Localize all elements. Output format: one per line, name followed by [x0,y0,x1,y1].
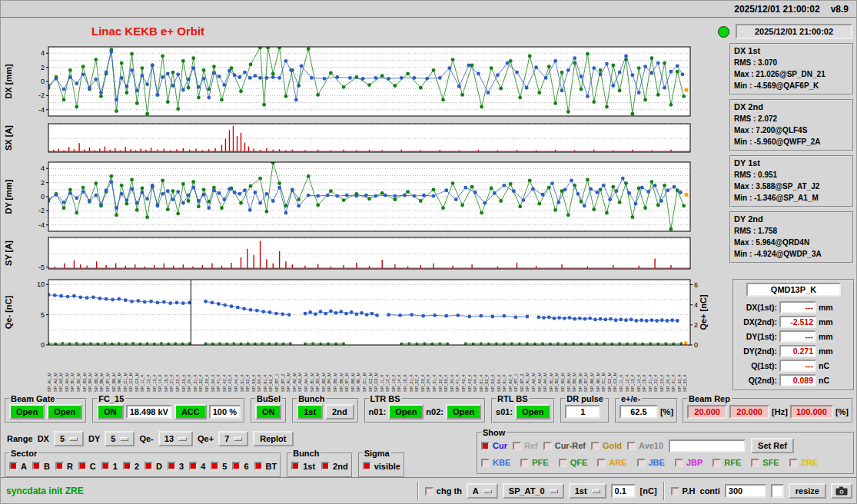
range-qep-menu[interactable]: 7 [218,431,248,446]
count-input[interactable] [725,484,766,498]
fc15-on-button[interactable]: ON [97,404,124,419]
checkbox-indicator [123,462,131,470]
rms-panel-title: DY 1st [734,158,849,167]
ltr-bs-legend: LTR BS [369,394,402,403]
ltr-n01-open-button[interactable]: Open [388,404,424,419]
svg-text:SP_C2_M: SP_C2_M [607,373,612,392]
bpm-select-menu[interactable]: SP_AT_0 [503,483,564,499]
sector-checkbox-d[interactable]: D [144,462,162,471]
show-checkbox-jbe[interactable]: JBE [637,458,665,467]
checkbox-label: D [156,462,162,471]
svg-text:SP_C1_M: SP_C1_M [123,373,128,392]
show-checkbox-gold[interactable]: Gold [591,441,622,450]
show-checkbox-pfe[interactable]: PFE [520,458,548,467]
svg-text:SP_B7_M: SP_B7_M [583,373,588,392]
svg-text:SP_C3_M: SP_C3_M [135,373,139,392]
checkbox-indicator [291,462,300,470]
qmd-row: DX(1st):---mm [737,300,850,314]
show-checkbox-rfe[interactable]: RFE [713,458,741,467]
show-checkbox-ref[interactable]: Ref [513,441,538,450]
svg-text:SP_B1_M: SP_B1_M [310,373,314,392]
show-checkbox-ave10[interactable]: Ave10 [627,441,663,450]
sector-checkbox-5[interactable]: 5 [211,462,227,471]
beam-gate-open-button-1[interactable]: Open [9,404,45,419]
fc15-acc-button[interactable]: ACC [174,404,207,419]
svg-text:SP_B3_M: SP_B3_M [321,373,326,392]
svg-text:SP_A4_M: SP_A4_M [543,373,547,392]
range-dx-menu[interactable]: 5 [54,431,84,446]
ref-name-input[interactable] [669,439,746,453]
show-checkbox-qfe[interactable]: QFE [559,458,588,467]
show-checkbox-are[interactable]: ARE [597,458,626,467]
checkbox-label: B [44,462,50,471]
sigma-checkbox-visible[interactable]: visible [363,462,400,471]
sector-checkbox-c[interactable]: C [78,462,96,471]
qmd-row: DX(2nd):-2.512mm [737,314,850,329]
rms-line: Min : -4.569@QAF6P_K [734,80,849,91]
sector-checkbox-a[interactable]: A [9,462,27,471]
rtl-s01-open-button[interactable]: Open [515,404,550,419]
show-checkbox-kbe[interactable]: KBE [481,458,510,467]
svg-text:SP_11_4: SP_11_4 [619,375,623,392]
set-ref-button[interactable]: Set Ref [751,438,794,453]
sector-select-menu[interactable]: A [467,483,498,499]
beam-gate-open-button-2[interactable]: Open [47,404,82,419]
sector-checkbox-1[interactable]: 1 [101,462,118,471]
svg-text:SP_B4_M: SP_B4_M [327,373,331,392]
sector-checkbox-6[interactable]: 6 [232,462,248,471]
optionmenu-indicator-icon [234,437,242,441]
sector-checkbox-2[interactable]: 2 [123,462,139,471]
positron-ratio-value: 62.5 [619,405,658,419]
svg-text:SP_21_4: SP_21_4 [169,374,174,392]
bunch-select-menu[interactable]: 1st [569,483,606,499]
beam-rep-hz-unit: [Hz] [772,407,788,416]
sector-checkbox-bt[interactable]: BT [254,462,277,471]
ltr-n02-label: n02: [426,407,443,416]
busel-on-button[interactable]: ON [255,404,282,419]
svg-text:SP_14_4: SP_14_4 [397,374,401,392]
qmd-value: --- [779,330,816,343]
bunch-checkbox-2nd[interactable]: 2nd [321,462,348,471]
checkbox-label: 3 [179,462,184,471]
resize-button[interactable]: resize [789,483,826,499]
qmd-label: DX(2nd): [737,317,777,327]
rms-panel-dy-1st: DY 1stRMS : 0.951Max : 3.588@SP_AT_J2Min… [729,155,854,207]
rms-line: RMS : 1.758 [734,225,849,237]
ph-checkbox[interactable]: P.H [671,486,696,496]
threshold-input[interactable] [611,484,636,498]
sector-checkbox-3[interactable]: 3 [168,462,184,471]
bunch-1st-button[interactable]: 1st [297,404,323,419]
ltr-n02-open-button[interactable]: Open [446,404,481,419]
sector-checkbox-4[interactable]: 4 [189,462,205,471]
bunch-2nd-button[interactable]: 2nd [325,404,354,419]
range-dy-menu[interactable]: 5 [105,431,135,446]
rms-line: Max : 21.026@SP_DN_21 [734,68,849,80]
svg-text:SP_24_4: SP_24_4 [187,374,191,392]
checkbox-label: visible [374,462,400,471]
sector-checkbox-r[interactable]: R [55,462,73,471]
show-checkbox-cur[interactable]: Cur [481,441,507,450]
show-checkbox-zre[interactable]: ZRE [789,458,818,467]
range-qem-menu[interactable]: 13 [158,431,193,446]
bunch-checkbox-1st[interactable]: 1st [291,462,315,471]
svg-text:SP_R0_M: SP_R0_M [117,373,121,392]
svg-text:SP_32_4: SP_32_4 [198,374,203,392]
checkbox-label: PFE [532,458,548,467]
show-checkbox-cur-ref[interactable]: Cur-Ref [543,441,586,450]
checkbox-indicator [559,459,567,467]
replot-button[interactable]: Replot [253,431,293,446]
svg-text:SP_C3_M: SP_C3_M [613,373,617,392]
svg-text:SP_A4_M: SP_A4_M [65,373,69,392]
svg-text:SP_B1_M: SP_B1_M [549,373,553,392]
svg-text:SP_14_4: SP_14_4 [636,374,641,392]
checkbox-label: 5 [222,462,227,471]
show-checkbox-jbp[interactable]: JBP [675,458,703,467]
show-checkbox-sfe[interactable]: SFE [751,458,779,467]
sector-checkbox-b[interactable]: B [32,462,50,471]
svg-text:-5: -5 [38,264,45,271]
checkbox-label: QFE [570,458,588,467]
aux-input[interactable] [771,484,784,498]
svg-text:SP_B6_M: SP_B6_M [578,373,583,392]
screenshot-button[interactable] [831,483,852,499]
chg-th-checkbox[interactable]: chg th [425,486,462,496]
